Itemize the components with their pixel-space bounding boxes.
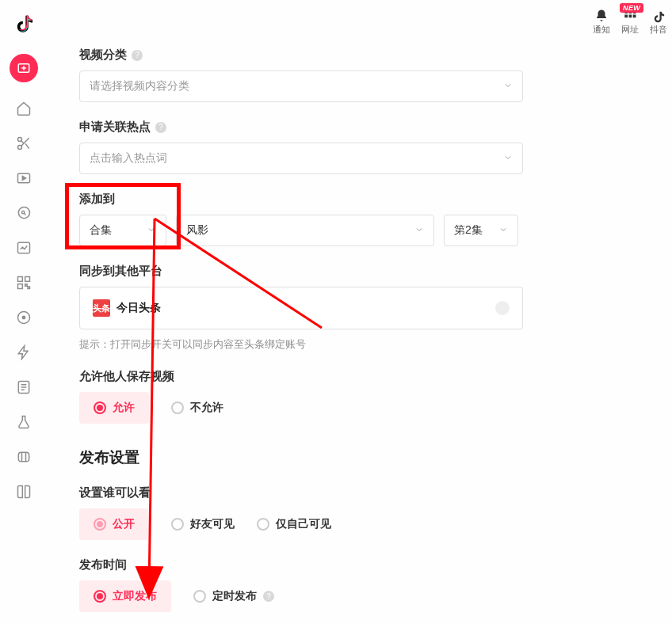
- allow-save-label: 允许他人保存视频: [79, 369, 174, 384]
- top-nav-right: 通知 NEW 网址 抖音: [593, 5, 672, 36]
- publish-time-label: 发布时间: [79, 557, 127, 573]
- help-icon[interactable]: ?: [263, 591, 274, 602]
- private-text: 仅自己可见: [276, 517, 331, 531]
- brand-label: 抖音: [650, 24, 667, 36]
- radio-icon: [94, 590, 106, 603]
- note-icon[interactable]: [15, 379, 32, 396]
- video-category-label: 视频分类: [79, 48, 127, 63]
- urls-button[interactable]: NEW 网址: [621, 8, 639, 36]
- radio-icon: [171, 518, 184, 531]
- chevron-down-icon: [498, 224, 508, 237]
- urls-label: 网址: [621, 24, 639, 36]
- radio-icon: [171, 401, 184, 414]
- hot-topic-label: 申请关联热点: [79, 120, 151, 135]
- douyin-logo-icon[interactable]: [10, 8, 38, 36]
- sync-hint-prefix: 提示：: [79, 338, 110, 350]
- publish-now-option[interactable]: 立即发布: [79, 580, 171, 612]
- series-select[interactable]: 风影: [176, 215, 434, 246]
- svg-point-4: [22, 211, 25, 214]
- visibility-label: 设置谁可以看: [79, 485, 151, 500]
- publish-now-text: 立即发布: [113, 589, 157, 603]
- brand-button[interactable]: 抖音: [650, 8, 667, 36]
- publish-time-field: 发布时间 立即发布 定时发布 ?: [79, 557, 523, 612]
- video-play-icon[interactable]: [15, 169, 32, 187]
- visibility-private[interactable]: 仅自己可见: [257, 517, 331, 531]
- video-category-field: 视频分类 ? 请选择视频内容分类: [79, 48, 523, 102]
- bolt-icon[interactable]: [15, 344, 32, 361]
- svg-point-10: [22, 316, 25, 318]
- svg-rect-7: [25, 277, 30, 282]
- left-sidebar: [0, 0, 48, 624]
- chevron-down-icon: [503, 152, 513, 165]
- radio-icon: [193, 590, 206, 603]
- svg-rect-12: [18, 452, 29, 462]
- svg-point-1: [18, 138, 22, 142]
- grid-icon[interactable]: [15, 448, 32, 466]
- sync-toutiao-row: 头条 今日头条: [79, 287, 523, 329]
- chat-search-icon[interactable]: [15, 204, 32, 222]
- new-badge: NEW: [620, 3, 643, 13]
- svg-rect-18: [633, 15, 636, 18]
- hot-topic-placeholder: 点击输入热点词: [90, 151, 167, 166]
- allow-save-allow[interactable]: 允许: [79, 392, 149, 424]
- book-icon[interactable]: [15, 483, 32, 500]
- episode-value: 第2集: [454, 223, 483, 238]
- add-to-label: 添加到: [79, 192, 115, 207]
- sync-label: 同步到其他平台: [79, 264, 162, 279]
- sync-hint: 提示：打开同步开关可以同步内容至头条绑定账号: [79, 337, 523, 352]
- main-form: 视频分类 ? 请选择视频内容分类 申请关联热点 ? 点击输入热点词 添加到: [79, 48, 523, 624]
- svg-rect-6: [18, 277, 23, 282]
- collection-select[interactable]: 合集: [79, 215, 166, 246]
- notifications-label: 通知: [593, 24, 610, 36]
- friends-text: 好友可见: [190, 517, 235, 531]
- help-icon[interactable]: ?: [132, 50, 143, 61]
- publish-settings-title: 发布设置: [79, 447, 523, 468]
- bell-icon: [594, 8, 609, 24]
- add-to-field: 添加到 合集 风影 第2集: [79, 192, 523, 246]
- publish-scheduled-text: 定时发布: [212, 589, 257, 603]
- hot-topic-select[interactable]: 点击输入热点词: [79, 143, 523, 174]
- allow-text: 允许: [113, 401, 135, 415]
- allow-save-field: 允许他人保存视频 允许 不允许: [79, 369, 523, 424]
- video-category-select[interactable]: 请选择视频内容分类: [79, 70, 523, 102]
- visibility-friends[interactable]: 好友可见: [171, 517, 235, 531]
- analytics-icon[interactable]: [15, 239, 32, 257]
- chevron-down-icon: [414, 224, 424, 237]
- sync-toggle[interactable]: [495, 301, 510, 315]
- home-icon[interactable]: [15, 100, 32, 117]
- public-text: 公开: [113, 517, 135, 531]
- publish-scheduled-option[interactable]: 定时发布 ?: [193, 589, 274, 603]
- allow-save-deny[interactable]: 不允许: [171, 401, 223, 415]
- target-icon[interactable]: [15, 309, 32, 326]
- create-button[interactable]: [10, 54, 38, 82]
- svg-rect-17: [629, 15, 632, 18]
- svg-rect-8: [18, 284, 23, 289]
- douyin-small-icon: [651, 8, 666, 24]
- toutiao-name: 今日头条: [116, 301, 161, 315]
- sync-field: 同步到其他平台 头条 今日头条 提示：打开同步开关可以同步内容至头条绑定账号: [79, 264, 523, 352]
- sync-hint-body: 打开同步开关可以同步内容至头条绑定账号: [110, 338, 306, 350]
- chevron-down-icon: [503, 80, 513, 93]
- qrcode-icon[interactable]: [15, 274, 32, 291]
- toutiao-icon: 头条: [93, 299, 110, 317]
- visibility-public[interactable]: 公开: [79, 508, 149, 540]
- radio-icon: [94, 401, 106, 414]
- deny-text: 不允许: [190, 401, 223, 415]
- series-value: 风影: [186, 223, 208, 238]
- hot-topic-field: 申请关联热点 ? 点击输入热点词: [79, 120, 523, 174]
- scissors-icon[interactable]: [15, 135, 32, 152]
- svg-rect-16: [624, 15, 628, 18]
- svg-point-2: [18, 146, 22, 150]
- visibility-field: 设置谁可以看 公开 好友可见 仅自己可见: [79, 485, 523, 540]
- flask-icon[interactable]: [15, 413, 32, 431]
- radio-icon: [257, 518, 269, 531]
- radio-icon: [94, 518, 106, 531]
- episode-select[interactable]: 第2集: [444, 215, 518, 246]
- chevron-down-icon: [147, 224, 156, 237]
- collection-value: 合集: [90, 223, 112, 238]
- notifications-button[interactable]: 通知: [593, 8, 610, 36]
- video-category-placeholder: 请选择视频内容分类: [90, 79, 189, 93]
- help-icon[interactable]: ?: [155, 122, 166, 133]
